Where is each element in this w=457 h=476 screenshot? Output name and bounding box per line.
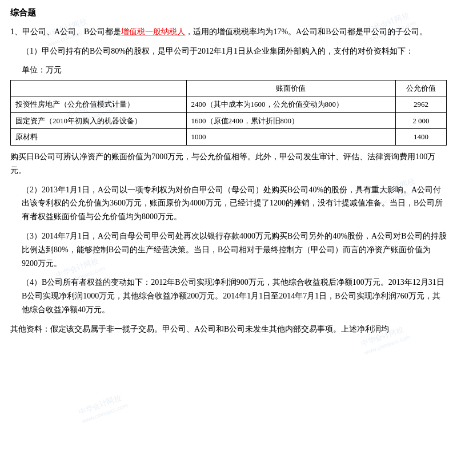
table-cell-fair-1: 2 000 <box>395 112 446 129</box>
page-title: 综合题 <box>10 6 447 19</box>
svg-text:www.chinaacc.com: www.chinaacc.com <box>81 402 129 425</box>
unit-label: 单位：万元 <box>22 64 447 76</box>
svg-text:中华会计网校: 中华会计网校 <box>77 393 122 417</box>
paragraph-1: 1、甲公司、A公司、B公司都是增值税一般纳税人，适用的增值税税率均为17%。A公… <box>10 25 447 39</box>
table-cell-book-1: 1600（原值2400，累计折旧800） <box>186 112 395 129</box>
table-header-item <box>11 80 187 96</box>
table-cell-item-1: 固定资产（2010年初购入的机器设备） <box>11 112 187 129</box>
para1-red-text: 增值税一般纳税人 <box>121 27 185 36</box>
paragraph-7: 其他资料：假定该交易属于非一揽子交易。甲公司、A公司和B公司未发生其他内部交易事… <box>10 322 447 336</box>
watermark-7: 中华会计网校 www.chinaacc.com <box>75 384 146 437</box>
table-header-book-value: 账面价值 <box>186 80 395 96</box>
svg-text:www.chinaacc.com: www.chinaacc.com <box>363 333 411 356</box>
paragraph-5: （3）2014年7月1日，A公司自母公司甲公司处再次以银行存款4000万元购买B… <box>22 229 447 270</box>
table-cell-item-2: 原材料 <box>11 129 187 146</box>
para1-text-before: 1、甲公司、A公司、B公司都是 <box>10 27 121 36</box>
para1-text-after: ，适用的增值税税率均为17%。A公司和B公司都是甲公司的子公司。 <box>185 27 427 36</box>
table-row: 原材料 1000 1400 <box>11 129 447 146</box>
paragraph-4: （2）2013年1月1日，A公司以一项专利权为对价自甲公司（母公司）处购买B公司… <box>22 183 447 224</box>
table-cell-book-2: 1000 <box>186 129 395 146</box>
table-cell-book-0: 2400（其中成本为1600，公允价值变动为800） <box>186 96 395 113</box>
table-cell-fair-2: 1400 <box>395 129 446 146</box>
paragraph-6: （4）B公司所有者权益的变动如下：2012年B公司实现净利润900万元，其他综合… <box>22 276 447 316</box>
table-cell-item-0: 投资性房地产（公允价值模式计量） <box>11 96 187 113</box>
table-row: 投资性房地产（公允价值模式计量） 2400（其中成本为1600，公允价值变动为8… <box>11 96 447 113</box>
table-row: 固定资产（2010年初购入的机器设备） 1600（原值2400，累计折旧800）… <box>11 112 447 129</box>
paragraph-2-intro: （1）甲公司持有的B公司80%的股权，是甲公司于2012年1月1日从企业集团外部… <box>22 45 447 58</box>
table-header-fair-value: 公允价值 <box>395 80 446 96</box>
paragraph-3: 购买日B公司可辨认净资产的账面价值为7000万元，与公允价值相等。此外，甲公司发… <box>10 150 447 178</box>
table-cell-fair-0: 2962 <box>395 96 446 113</box>
assets-table: 账面价值 公允价值 投资性房地产（公允价值模式计量） 2400（其中成本为160… <box>10 80 447 146</box>
